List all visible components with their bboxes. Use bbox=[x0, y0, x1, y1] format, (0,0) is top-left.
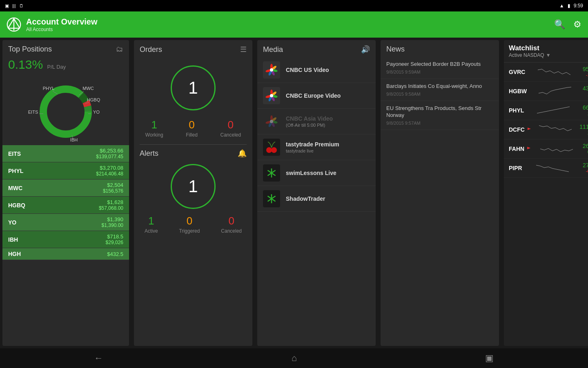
watchlist-title-area: Watchlist Active NASDAQ ▼ bbox=[509, 44, 551, 58]
position-sub: $29,026 bbox=[106, 240, 123, 245]
media-item-swim[interactable]: swimLessons Live bbox=[257, 160, 376, 186]
position-main: $718.5 bbox=[106, 233, 123, 240]
position-item[interactable]: PHYL $3,270.08 $214,406.48 bbox=[2, 162, 129, 180]
news-title: News bbox=[386, 45, 405, 54]
app-title: Account Overview bbox=[26, 17, 98, 27]
news-item[interactable]: Payoneer Selected Border B2B Payouts 9/8… bbox=[381, 57, 499, 79]
triggered-label: Triggered bbox=[179, 228, 200, 234]
working-value: 1 bbox=[145, 119, 163, 131]
wl-chart-pipr bbox=[536, 162, 569, 174]
wl-change-gvrc: -3.19 bbox=[583, 72, 588, 78]
wl-change-phyl: 2.57 bbox=[583, 111, 588, 117]
media-item-shadow[interactable]: ShadowTrader bbox=[257, 186, 376, 212]
working-label: Working bbox=[145, 132, 163, 138]
back-button[interactable]: ← bbox=[94, 353, 103, 364]
triggered-value: 0 bbox=[179, 215, 200, 227]
cnbc-asia-text: CNBC Asia Video (Off-Air till 5:00 PM) bbox=[286, 115, 333, 128]
header-title: Account Overview All Accounts bbox=[26, 17, 98, 32]
position-item[interactable]: HGBQ $1,628 $57,068.00 bbox=[2, 197, 129, 214]
swim-text: swimLessons Live bbox=[286, 170, 336, 176]
position-sub: $139,077.45 bbox=[96, 154, 123, 159]
news-panel: News Payoneer Selected Border B2B Payout… bbox=[381, 40, 499, 346]
header-right: 🔍 ⚙ bbox=[554, 19, 581, 30]
media-header: Media 🔊 bbox=[257, 40, 376, 57]
position-values: $1,390 $1,390.00 bbox=[102, 216, 123, 228]
wifi-icon: ▲ bbox=[559, 3, 564, 9]
search-icon[interactable]: 🔍 bbox=[554, 19, 565, 30]
top-positions-panel: Top Positions 🗂 0.13% P/L Day PHYL MWC bbox=[2, 40, 129, 346]
cnbc-europe-title: CNBC Europe Video bbox=[286, 92, 341, 99]
top-positions-header: Top Positions 🗂 bbox=[2, 40, 129, 57]
svg-point-9 bbox=[51, 96, 81, 127]
positions-list: EITS $6,253.66 $139,077.45 PHYL $3,270.0… bbox=[2, 145, 129, 346]
media-item-cnbc-europe[interactable]: CNBC Europe Video bbox=[257, 83, 376, 109]
filled-label: Filled bbox=[186, 132, 198, 138]
flag-icon-fahn bbox=[527, 147, 530, 151]
chevron-down-icon[interactable]: ▼ bbox=[546, 52, 551, 58]
position-main: $2,504 bbox=[103, 182, 123, 188]
svg-text:HGBQ: HGBQ bbox=[87, 97, 100, 102]
orders-header: Orders ☰ bbox=[134, 40, 252, 57]
position-ticker: IBH bbox=[8, 236, 18, 243]
orders-panel: Orders ☰ 1 1 Working 0 Filled 0 Canceled bbox=[134, 40, 252, 346]
position-item[interactable]: EITS $6,253.66 $139,077.45 bbox=[2, 145, 129, 162]
wl-prices-pipr: 27.48 -0.67 bbox=[583, 162, 588, 174]
watchlist-item-pipr[interactable]: PIPR 27.48 -0.67 bbox=[504, 159, 588, 178]
watchlist-header: Watchlist Active NASDAQ ▼ ⛶ bbox=[504, 40, 588, 63]
news-item-time: 9/8/2015 9:57AM bbox=[386, 121, 493, 126]
alerts-canceled-value: 0 bbox=[221, 215, 242, 227]
wl-ticker-dcfc: DCFC bbox=[509, 126, 531, 133]
position-item[interactable]: HGH $432.5 bbox=[2, 248, 129, 260]
gear-icon[interactable]: ⚙ bbox=[573, 19, 581, 30]
donut-chart-area: PHYL MWC HGBQ YO EITS IBH bbox=[2, 72, 129, 145]
news-header: News bbox=[381, 40, 499, 57]
shadow-title: ShadowTrader bbox=[286, 195, 325, 202]
wl-price-hgbw: 43.63 bbox=[583, 85, 588, 92]
wl-chart-hgbw bbox=[539, 85, 571, 97]
status-bar: ▣ ||| 🗒 ▲ ▮ 9:59 bbox=[0, 0, 588, 11]
watchlist-subtitle: Active NASDAQ ▼ bbox=[509, 52, 551, 58]
wl-price-phyl: 66.48 bbox=[583, 104, 588, 111]
media-item-cnbc-asia[interactable]: CNBC Asia Video (Off-Air till 5:00 PM) bbox=[257, 109, 376, 135]
portfolio-icon: 🗂 bbox=[116, 45, 123, 54]
pl-label: P/L Day bbox=[47, 64, 66, 70]
svg-point-45 bbox=[270, 120, 273, 123]
wl-ticker-fahn: FAHN bbox=[509, 146, 530, 152]
position-main: $1,390 bbox=[102, 216, 123, 222]
active-label: Active bbox=[145, 228, 158, 234]
position-sub: $1,390.00 bbox=[102, 222, 123, 228]
position-item[interactable]: IBH $718.5 $29,026 bbox=[2, 231, 129, 248]
position-sub: $156,576 bbox=[103, 188, 123, 194]
position-main: $1,628 bbox=[99, 199, 123, 205]
position-item[interactable]: MWC $2,504 $156,576 bbox=[2, 180, 129, 197]
orders-canceled-value: 0 bbox=[220, 119, 241, 131]
watchlist-item-phyl[interactable]: PHYL 66.48 2.57 bbox=[504, 101, 588, 120]
status-bar-left: ▣ ||| 🗒 bbox=[5, 3, 24, 9]
watchlist-item-gvrc[interactable]: GVRC 95.60 -3.19 bbox=[504, 63, 588, 82]
recents-button[interactable]: ▣ bbox=[485, 353, 494, 364]
news-item[interactable]: Barclays Initiates Co Equal-weight, Anno… bbox=[381, 79, 499, 101]
svg-text:EITS: EITS bbox=[28, 110, 38, 114]
orders-circle: 1 bbox=[171, 65, 216, 110]
alerts-stats: 1 Active 0 Triggered 0 Canceled bbox=[134, 212, 252, 238]
media-item-tastytrade[interactable]: tastytrade Premium tastytrade live bbox=[257, 135, 376, 160]
news-item[interactable]: EU Strengthens Tra Products, Sends Str N… bbox=[381, 101, 499, 130]
orders-canceled: 0 Canceled bbox=[220, 119, 241, 138]
position-ticker: HGH bbox=[8, 251, 21, 257]
news-item-title: Payoneer Selected Border B2B Payouts bbox=[386, 61, 493, 68]
wl-price-fahn: 26.10 bbox=[583, 143, 588, 149]
bell-icon: 🔔 bbox=[238, 149, 247, 158]
alerts-title: Alerts bbox=[140, 149, 158, 158]
battery-icon: ▮ bbox=[568, 3, 570, 9]
orders-working: 1 Working bbox=[145, 119, 163, 138]
watchlist-item-hgbw[interactable]: HGBW 43.63 1.02 bbox=[504, 82, 588, 101]
watchlist-item-dcfc[interactable]: DCFC 111.84 2.57 bbox=[504, 120, 588, 139]
position-item[interactable]: YO $1,390 $1,390.00 bbox=[2, 214, 129, 231]
media-item-cnbc-us[interactable]: CNBC US Video bbox=[257, 57, 376, 83]
watchlist-item-fahn[interactable]: FAHN 26.10 0.58 bbox=[504, 139, 588, 159]
wl-change-pipr: -0.67 bbox=[583, 168, 588, 174]
wl-change-dcfc: 2.57 bbox=[579, 130, 588, 136]
bottom-nav: ← ⌂ ▣ bbox=[0, 348, 588, 368]
cnbc-us-logo bbox=[263, 61, 280, 79]
home-button[interactable]: ⌂ bbox=[292, 353, 297, 364]
